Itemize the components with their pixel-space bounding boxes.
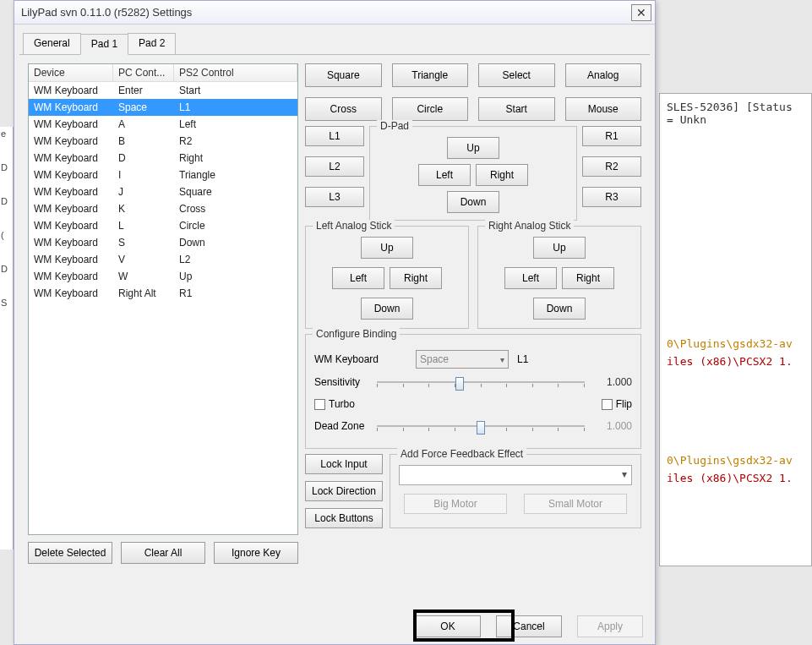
cell-ps2: L1 xyxy=(174,100,297,115)
cell-pc: I xyxy=(113,167,174,183)
select-button[interactable]: Select xyxy=(478,63,555,87)
window-title: LilyPad svn 0.11.0 (r5282) Settings xyxy=(21,6,192,19)
table-row[interactable]: WM KeyboardLCircle xyxy=(29,217,297,234)
ignore-key-button[interactable]: Ignore Key xyxy=(214,542,298,564)
r1-button[interactable]: R1 xyxy=(582,126,641,146)
deadzone-slider[interactable] xyxy=(377,418,585,435)
cell-pc: V xyxy=(113,252,174,267)
dpad-legend: D-Pad xyxy=(377,120,412,132)
cell-ps2: R2 xyxy=(174,134,297,149)
table-row[interactable]: WM KeyboardITriangle xyxy=(29,167,297,183)
l1-button[interactable]: L1 xyxy=(305,126,364,146)
tab-pad1[interactable]: Pad 1 xyxy=(80,34,128,55)
dpad-right-button[interactable]: Right xyxy=(476,164,528,186)
table-row[interactable]: WM KeyboardBR2 xyxy=(29,133,297,150)
cell-device: WM Keyboard xyxy=(29,134,113,149)
cell-pc: Space xyxy=(113,100,174,115)
cell-pc: L xyxy=(113,218,174,233)
rstick-legend: Right Analog Stick xyxy=(485,220,574,232)
square-button[interactable]: Square xyxy=(305,63,382,87)
r3-button[interactable]: R3 xyxy=(582,187,641,207)
l2-button[interactable]: L2 xyxy=(305,156,364,177)
cell-device: WM Keyboard xyxy=(29,184,113,200)
cell-pc: A xyxy=(113,117,174,132)
analog-button[interactable]: Analog xyxy=(565,63,642,87)
lstick-left-button[interactable]: Left xyxy=(332,267,384,289)
lock-buttons-button[interactable]: Lock Buttons xyxy=(305,508,383,528)
cell-pc: B xyxy=(113,134,174,149)
ff-device-combo[interactable] xyxy=(399,465,632,485)
ok-button[interactable]: OK xyxy=(415,615,481,637)
turbo-checkbox[interactable]: Turbo xyxy=(314,398,355,410)
rstick-left-button[interactable]: Left xyxy=(504,267,557,289)
start-button[interactable]: Start xyxy=(478,97,555,121)
cell-ps2: Circle xyxy=(174,218,297,233)
sensitivity-slider[interactable] xyxy=(377,374,585,391)
delete-selected-button[interactable]: Delete Selected xyxy=(28,542,112,564)
rstick-right-button[interactable]: Right xyxy=(562,267,614,289)
table-row[interactable]: WM KeyboardEnterStart xyxy=(29,82,297,99)
table-row[interactable]: WM KeyboardJSquare xyxy=(29,183,297,200)
lock-input-button[interactable]: Lock Input xyxy=(305,454,383,474)
close-icon[interactable]: ✕ xyxy=(631,4,651,21)
bg-text: iles (x86)\PCSX2 1. xyxy=(667,472,804,484)
configure-binding-legend: Configure Binding xyxy=(313,328,400,340)
small-motor-button: Small Motor xyxy=(524,494,627,514)
cell-device: WM Keyboard xyxy=(29,167,113,183)
cross-button[interactable]: Cross xyxy=(305,97,382,121)
list-header[interactable]: Device PC Cont... PS2 Control xyxy=(29,64,297,82)
cancel-button[interactable]: Cancel xyxy=(496,615,562,637)
cell-pc: W xyxy=(113,269,174,284)
table-row[interactable]: WM KeyboardDRight xyxy=(29,150,297,167)
cell-ps2: Down xyxy=(174,235,297,250)
lstick-right-button[interactable]: Right xyxy=(390,267,442,289)
col-ps2-control[interactable]: PS2 Control xyxy=(174,64,297,81)
cell-device: WM Keyboard xyxy=(29,218,113,233)
cell-pc: K xyxy=(113,201,174,216)
tab-pad2[interactable]: Pad 2 xyxy=(128,33,176,54)
cfg-device-label: WM Keyboard xyxy=(314,353,407,365)
rstick-down-button[interactable]: Down xyxy=(533,298,586,320)
dpad-left-button[interactable]: Left xyxy=(418,164,471,186)
clear-all-button[interactable]: Clear All xyxy=(121,542,205,564)
cell-pc: Right Alt xyxy=(113,286,174,301)
cell-ps2: Square xyxy=(174,184,297,200)
cell-pc: S xyxy=(113,235,174,250)
titlebar[interactable]: LilyPad svn 0.11.0 (r5282) Settings ✕ xyxy=(14,1,655,25)
cell-device: WM Keyboard xyxy=(29,252,113,267)
table-row[interactable]: WM KeyboardKCross xyxy=(29,200,297,217)
dpad-down-button[interactable]: Down xyxy=(447,191,499,213)
l3-button[interactable]: L3 xyxy=(305,187,364,207)
lock-direction-button[interactable]: Lock Direction xyxy=(305,481,383,501)
dpad-up-button[interactable]: Up xyxy=(447,137,499,159)
bg-text: SLES-52036] [Status = Unkn xyxy=(667,101,804,126)
table-row[interactable]: WM KeyboardVL2 xyxy=(29,251,297,268)
table-row[interactable]: WM KeyboardSpaceL1 xyxy=(29,99,297,116)
flip-checkbox[interactable]: Flip xyxy=(602,398,632,410)
cfg-key-combo[interactable]: Space xyxy=(416,350,509,369)
lstick-down-button[interactable]: Down xyxy=(361,298,413,320)
triangle-button[interactable]: Triangle xyxy=(392,63,469,87)
ff-legend: Add Force Feedback Effect xyxy=(397,448,526,460)
circle-button[interactable]: Circle xyxy=(392,97,469,121)
cell-ps2: Start xyxy=(174,83,297,98)
cell-device: WM Keyboard xyxy=(29,100,113,115)
r2-button[interactable]: R2 xyxy=(582,156,641,177)
bg-text: iles (x86)\PCSX2 1. xyxy=(667,355,804,368)
lstick-up-button[interactable]: Up xyxy=(361,237,413,259)
table-row[interactable]: WM KeyboardWUp xyxy=(29,268,297,285)
col-pc-control[interactable]: PC Cont... xyxy=(113,64,174,81)
cell-device: WM Keyboard xyxy=(29,269,113,284)
cell-device: WM Keyboard xyxy=(29,286,113,301)
binding-list[interactable]: Device PC Cont... PS2 Control WM Keyboar… xyxy=(28,63,298,535)
cfg-bind-label: L1 xyxy=(517,353,528,365)
mouse-button[interactable]: Mouse xyxy=(565,97,642,121)
col-device[interactable]: Device xyxy=(29,64,113,81)
table-row[interactable]: WM KeyboardRight AltR1 xyxy=(29,285,297,302)
cell-ps2: Left xyxy=(174,117,297,132)
rstick-up-button[interactable]: Up xyxy=(533,237,586,259)
table-row[interactable]: WM KeyboardSDown xyxy=(29,234,297,251)
table-row[interactable]: WM KeyboardALeft xyxy=(29,116,297,133)
tab-general[interactable]: General xyxy=(23,33,81,54)
cell-device: WM Keyboard xyxy=(29,201,113,216)
